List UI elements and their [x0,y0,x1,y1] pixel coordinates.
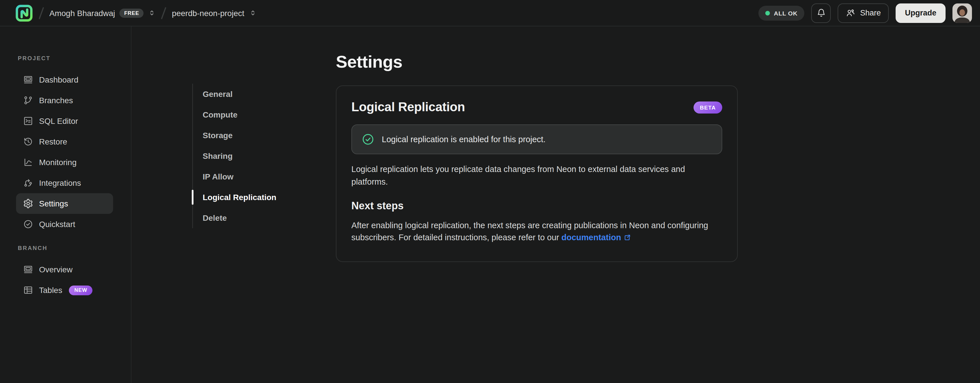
check-circle-icon [362,133,374,146]
topbar-actions: ALL OK [758,3,972,23]
sidebar-item-branches[interactable]: Branches [16,90,113,111]
notifications-button[interactable] [811,3,831,23]
share-label: Share [860,9,881,17]
settings-nav-logical-replication[interactable]: Logical Replication [193,187,299,207]
org-switcher[interactable]: Amogh Bharadwaj FREE [49,8,156,17]
sidebar-item-monitoring[interactable]: Monitoring [16,152,113,173]
settings-nav-ip-allow[interactable]: IP Allow [193,166,299,187]
next-steps-heading: Next steps [352,200,722,212]
sidebar-item-restore[interactable]: Restore [16,131,113,152]
user-avatar-photo [953,3,972,23]
sidebar-item-dashboard[interactable]: Dashboard [16,70,113,90]
workflow-icon [23,178,33,188]
sidebar-item-quickstart[interactable]: Quickstart [16,214,113,234]
chevron-up-down-icon [249,9,256,17]
card-description: Logical replication lets you replicate d… [352,163,722,188]
topbar: Amogh Bharadwaj FREE peerdb-neon-project [0,0,980,26]
gear-icon [23,198,33,209]
project-switcher[interactable]: peerdb-neon-project [172,8,256,17]
status-label: ALL OK [774,9,798,16]
sidebar-section-branch: BRANCH [0,245,131,251]
plan-badge: FREE [120,8,144,17]
logical-replication-card: Logical Replication BETA Logical replica… [336,85,738,262]
sidebar-section-project: PROJECT [0,55,131,61]
documentation-link[interactable]: documentation [562,233,621,242]
settings-nav-storage[interactable]: Storage [193,125,299,146]
page-title: Settings [336,52,738,72]
status-alert-text: Logical replication is enabled for this … [382,135,546,144]
breadcrumb: Amogh Bharadwaj FREE peerdb-neon-project [15,4,256,22]
beta-badge: BETA [694,101,722,113]
breadcrumb-slash [39,7,44,19]
status-alert: Logical replication is enabled for this … [352,124,722,154]
branch-nav: Overview Tables NEW [0,259,131,301]
line-chart-icon [23,157,33,168]
external-link-icon [624,233,631,246]
dashboard-window-icon [23,264,33,275]
settings-nav-sharing[interactable]: Sharing [193,146,299,166]
settings-nav-delete[interactable]: Delete [193,207,299,228]
neon-logo[interactable] [15,4,33,22]
history-clock-icon [23,136,33,147]
sidebar-item-sql-editor[interactable]: SQL Editor [16,111,113,131]
upgrade-button[interactable]: Upgrade [896,3,945,23]
git-branch-icon [23,95,33,106]
neon-console: Amogh Bharadwaj FREE peerdb-neon-project [0,0,980,383]
chevron-up-down-icon [148,9,156,17]
table-icon [23,285,33,295]
share-button[interactable]: Share [838,3,889,23]
check-circle-icon [23,219,33,229]
sidebar-item-tables[interactable]: Tables NEW [16,280,113,301]
sidebar-item-settings[interactable]: Settings [16,193,113,214]
sidebar-item-integrations[interactable]: Integrations [16,173,113,193]
user-avatar[interactable] [953,3,972,23]
next-steps-paragraph: After enabling logical replication, the … [352,219,722,245]
new-badge: NEW [69,285,92,295]
main-content: Settings Logical Replication BETA Logica… [336,26,738,383]
settings-nav-general[interactable]: General [193,84,299,104]
sidebar: PROJECT Dashboard [0,26,132,383]
org-name: Amogh Bharadwaj [49,8,115,17]
breadcrumb-slash [161,7,167,19]
dashboard-window-icon [23,74,33,85]
project-name: peerdb-neon-project [172,8,244,17]
card-header: Logical Replication BETA [352,100,722,115]
project-nav: Dashboard Branches [0,70,131,234]
people-icon [846,8,856,18]
card-title: Logical Replication [352,100,465,115]
settings-nav: General Compute Storage Sharing IP Allow… [192,26,299,383]
status-dot [765,11,770,15]
bell-icon [816,8,826,18]
terminal-icon [23,116,33,126]
sidebar-item-overview[interactable]: Overview [16,259,113,280]
app-body: PROJECT Dashboard [0,26,980,383]
status-indicator[interactable]: ALL OK [758,5,805,21]
settings-nav-compute[interactable]: Compute [193,104,299,125]
